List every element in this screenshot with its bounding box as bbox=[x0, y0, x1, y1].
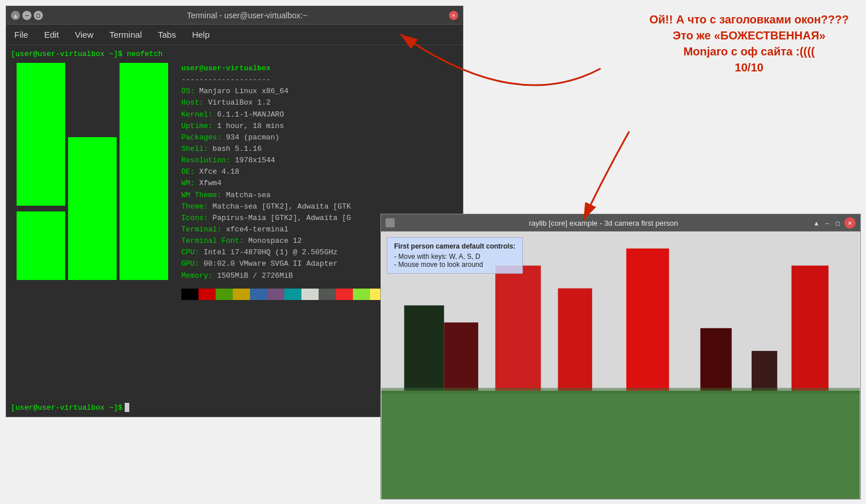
svg-rect-4 bbox=[495, 266, 541, 391]
info-kernel: Kernel: 6.1.1-1-MANJARO bbox=[181, 109, 458, 121]
terminal-prompt-neofetch: [user@user-virtualbox ~]$ neofetch bbox=[11, 47, 458, 61]
menu-edit[interactable]: Edit bbox=[41, 27, 62, 42]
annotation-line1: Ой!! А что с заголовками окон???? bbox=[649, 11, 849, 27]
info-theme: Theme: Matcha-sea [GTK2], Adwaita [GTK bbox=[181, 201, 458, 213]
annotation: Ой!! А что с заголовками окон???? Это же… bbox=[649, 11, 849, 75]
svg-rect-9 bbox=[792, 266, 829, 391]
controls-overlay: First person camera default controls: - … bbox=[387, 237, 523, 274]
terminal-menubar: File Edit View Terminal Tabs Help bbox=[6, 25, 463, 45]
info-uptime: Uptime: 1 hour, 18 mins bbox=[181, 121, 458, 132]
controls-line1: - Move with keys: W, A, S, D bbox=[394, 253, 515, 261]
menu-tabs[interactable]: Tabs bbox=[154, 27, 180, 42]
color-swatch bbox=[319, 289, 336, 300]
color-swatch bbox=[216, 289, 233, 300]
terminal-cursor bbox=[125, 403, 129, 412]
terminal-title: Terminal - user@user-virtualbox:~ bbox=[45, 11, 449, 20]
neofetch-ascii-art bbox=[11, 61, 177, 398]
raylib-maximize-button[interactable]: — bbox=[823, 219, 832, 227]
color-swatch bbox=[267, 289, 284, 300]
color-swatch bbox=[198, 289, 216, 300]
raylib-wm-buttons: ▲ — □ ✕ bbox=[812, 217, 856, 229]
info-de: DE: Xfce 4.18 bbox=[181, 166, 458, 178]
wm-maximize-button[interactable]: □ bbox=[34, 11, 43, 20]
color-swatch bbox=[353, 289, 370, 300]
menu-file[interactable]: File bbox=[11, 27, 31, 42]
svg-rect-7 bbox=[700, 328, 732, 391]
ascii-block-2 bbox=[17, 211, 65, 280]
raylib-restore-button[interactable]: □ bbox=[833, 219, 842, 227]
color-swatch bbox=[233, 289, 250, 300]
raylib-minimize-button[interactable]: ▲ bbox=[812, 219, 821, 227]
info-host: Host: VirtualBox 1.2 bbox=[181, 97, 458, 109]
info-wm-theme: WM Theme: Matcha-sea bbox=[181, 190, 458, 201]
wm-minimize-button[interactable]: — bbox=[22, 11, 31, 20]
raylib-titlebar: raylib [core] example - 3d camera first … bbox=[381, 214, 860, 231]
info-shell: Shell: bash 5.1.16 bbox=[181, 143, 458, 155]
controls-line2: - Mouse move to look around bbox=[394, 261, 515, 269]
neofetch-user: user@user-virtualbox bbox=[181, 64, 271, 73]
info-os: OS: Manjaro Linux x86_64 bbox=[181, 86, 458, 97]
color-swatch bbox=[301, 289, 319, 300]
svg-rect-10 bbox=[382, 388, 860, 394]
raylib-close-button[interactable]: ✕ bbox=[844, 217, 856, 229]
controls-title: First person camera default controls: bbox=[394, 242, 515, 250]
wm-close-button[interactable]: ✕ bbox=[449, 11, 458, 20]
svg-rect-6 bbox=[626, 249, 669, 391]
svg-rect-3 bbox=[444, 322, 478, 390]
info-packages: Packages: 934 (pacman) bbox=[181, 132, 458, 143]
ascii-block-1 bbox=[17, 63, 65, 206]
annotation-line2: Это же «БОЖЕСТВЕННАЯ» bbox=[649, 27, 849, 43]
neofetch-separator: -------------------- bbox=[181, 75, 271, 84]
raylib-canvas: First person camera default controls: - … bbox=[381, 231, 860, 499]
raylib-title: raylib [core] example - 3d camera first … bbox=[529, 219, 678, 227]
annotation-line4: 10/10 bbox=[649, 59, 849, 75]
wm-icon: ▲ bbox=[11, 11, 20, 20]
color-swatch bbox=[284, 289, 301, 300]
ascii-block-3 bbox=[68, 137, 117, 280]
annotation-line3: Monjaro с оф сайта :(((( bbox=[649, 43, 849, 59]
terminal-titlebar: ▲ — □ Terminal - user@user-virtualbox:~ … bbox=[6, 6, 463, 25]
color-swatch bbox=[181, 289, 198, 300]
info-resolution: Resolution: 1978x1544 bbox=[181, 155, 458, 166]
ascii-block-4 bbox=[120, 63, 168, 280]
color-swatch bbox=[250, 289, 267, 300]
svg-rect-5 bbox=[558, 289, 592, 391]
info-wm: WM: Xfwm4 bbox=[181, 178, 458, 189]
menu-view[interactable]: View bbox=[71, 27, 97, 42]
raylib-wm-icon bbox=[386, 218, 395, 227]
menu-help[interactable]: Help bbox=[189, 27, 213, 42]
svg-rect-2 bbox=[404, 305, 444, 390]
raylib-window: raylib [core] example - 3d camera first … bbox=[380, 214, 861, 499]
color-swatch bbox=[336, 289, 353, 300]
svg-rect-8 bbox=[752, 351, 777, 391]
menu-terminal[interactable]: Terminal bbox=[106, 27, 145, 42]
svg-rect-1 bbox=[382, 391, 860, 499]
